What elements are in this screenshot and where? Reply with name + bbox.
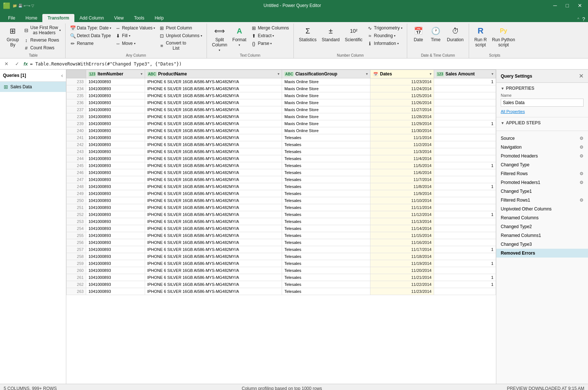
tab-tools[interactable]: Tools (129, 14, 149, 22)
dates-header[interactable]: 📅 Dates ▾ (370, 70, 434, 78)
minimize-button[interactable]: ─ (550, 3, 560, 8)
data-type-button[interactable]: 📅 Data Type: Date ▾ (68, 24, 113, 32)
step-gear-icon[interactable]: ⚙ (580, 171, 584, 176)
group-by-button[interactable]: ⊞ GroupBy (4, 24, 21, 49)
step-gear-icon[interactable]: ⚙ (580, 145, 584, 150)
duration-button[interactable]: ⏱ Duration (445, 24, 466, 44)
step-gear-icon[interactable]: ⚙ (580, 198, 584, 203)
extract-button[interactable]: ⬆ Extract ▾ (249, 32, 291, 39)
step-item-changed-type1[interactable]: Changed Type1 (496, 187, 588, 196)
step-gear-icon[interactable]: ⚙ (580, 180, 584, 185)
table-row[interactable]: 2401041000893IPHONE 6 SILVER 16GB AI586-… (67, 127, 496, 134)
table-row[interactable]: 2521041000893IPHONE 6 SILVER 16GB AI586-… (67, 211, 496, 218)
formula-cancel-button[interactable]: ✕ (2, 60, 11, 67)
statistics-button[interactable]: Σ Statistics (297, 24, 319, 44)
step-item-changed-type[interactable]: Changed Type (496, 160, 588, 169)
all-properties-link[interactable]: All Properties (501, 109, 525, 114)
move-button[interactable]: ↔ Move ▾ (113, 40, 156, 47)
tab-help[interactable]: Help (149, 14, 169, 22)
table-row[interactable]: 2371041000893IPHONE 6 SILVER 16GB AI586-… (67, 106, 496, 113)
table-row[interactable]: 2361041000893IPHONE 6 SILVER 16GB AI586-… (67, 99, 496, 106)
tab-file[interactable]: File (3, 14, 20, 22)
dates-filter-btn[interactable]: ▾ (430, 72, 432, 76)
table-row[interactable]: 2551041000893IPHONE 6 SILVER 16GB AI586-… (67, 232, 496, 239)
table-row[interactable]: 2341041000893IPHONE 6 SILVER 16GB AI586-… (67, 85, 496, 92)
table-row[interactable]: 2511041000893IPHONE 6 SILVER 16GB AI586-… (67, 204, 496, 211)
format-button[interactable]: A Format ▾ (230, 24, 249, 48)
step-item-renamed-columns1[interactable]: Renamed Columns1 (496, 231, 588, 240)
trigonometry-button[interactable]: ∿ Trigonometry ▾ (366, 24, 404, 32)
table-row[interactable]: 2451041000893IPHONE 6 SILVER 16GB AI586-… (67, 162, 496, 169)
date-button[interactable]: 📅 Date (410, 24, 427, 44)
product-name-filter-btn[interactable]: ▾ (278, 72, 279, 76)
step-item-changed-type2[interactable]: Changed Type2 (496, 222, 588, 231)
information-button[interactable]: ℹ Information ▾ (366, 40, 404, 47)
count-rows-button[interactable]: # Count Rows (22, 44, 62, 52)
time-button[interactable]: 🕐 Time (427, 24, 444, 44)
item-number-filter-btn[interactable]: ▾ (141, 72, 142, 76)
table-row[interactable]: 2561041000893IPHONE 6 SILVER 16GB AI586-… (67, 239, 496, 246)
tab-add-column[interactable]: Add Column (74, 14, 109, 22)
table-row[interactable]: 2481041000893IPHONE 6 SILVER 16GB AI586-… (67, 183, 496, 190)
table-row[interactable]: 2571041000893IPHONE 6 SILVER 16GB AI586-… (67, 246, 496, 253)
step-item-renamed-columns[interactable]: Renamed Columns (496, 213, 588, 222)
run-r-script-button[interactable]: R Run Rscript (472, 24, 489, 49)
table-row[interactable]: 2491041000893IPHONE 6 SILVER 16GB AI586-… (67, 190, 496, 197)
step-item-promoted-headers1[interactable]: Promoted Headers1⚙ (496, 178, 588, 187)
table-row[interactable]: 2421041000893IPHONE 6 SILVER 16GB AI586-… (67, 141, 496, 148)
table-row[interactable]: 2471041000893IPHONE 6 SILVER 16GB AI586-… (67, 176, 496, 183)
step-item-promoted-headers[interactable]: Promoted Headers⚙ (496, 152, 588, 160)
table-row[interactable]: 2331041000893IPHONE 6 SILVER 16GB AI586-… (67, 78, 496, 85)
settings-close-button[interactable]: ✕ (579, 72, 584, 79)
table-row[interactable]: 2501041000893IPHONE 6 SILVER 16GB AI586-… (67, 197, 496, 204)
step-gear-icon[interactable]: ⚙ (580, 136, 584, 141)
tab-view[interactable]: View (109, 14, 129, 22)
classification-group-filter-btn[interactable]: ▾ (366, 72, 368, 76)
sales-amount-header[interactable]: 123 Sales Amount ▾ (434, 70, 496, 78)
table-row[interactable]: 2441041000893IPHONE 6 SILVER 16GB AI586-… (67, 155, 496, 162)
formula-input[interactable] (30, 61, 586, 67)
step-item-filtered-rows[interactable]: Filtered Rows⚙ (496, 169, 588, 178)
formula-confirm-button[interactable]: ✓ (13, 60, 21, 67)
tab-home[interactable]: Home (20, 14, 42, 22)
step-gear-icon[interactable]: ⚙ (580, 153, 584, 159)
table-row[interactable]: 2431041000893IPHONE 6 SILVER 16GB AI586-… (67, 148, 496, 155)
step-item-source[interactable]: Source⚙ (496, 134, 588, 143)
rename-button[interactable]: ✏ Rename (68, 40, 113, 47)
close-button[interactable]: ✕ (575, 3, 585, 8)
sales-amount-filter-btn[interactable]: ▾ (492, 72, 493, 76)
reverse-rows-button[interactable]: ↕ Reverse Rows (22, 36, 62, 44)
step-item-changed-type3[interactable]: Changed Type3 (496, 240, 588, 249)
table-row[interactable]: 2621041000893IPHONE 6 SILVER 16GB AI586-… (67, 281, 496, 288)
table-row[interactable]: 2601041000893IPHONE 6 SILVER 16GB AI586-… (67, 267, 496, 274)
detect-data-type-button[interactable]: 🔍 Detect Data Type (68, 32, 113, 39)
table-row[interactable]: 2381041000893IPHONE 6 SILVER 16GB AI586-… (67, 113, 496, 120)
item-number-header[interactable]: 123 ItemNumber ▾ (86, 70, 145, 78)
scientific-button[interactable]: 10² Scientific (343, 24, 365, 44)
step-item-navigation[interactable]: Navigation⚙ (496, 143, 588, 152)
step-item-unpivoted-other-columns[interactable]: Unpivoted Other Columns (496, 205, 588, 213)
query-item-sales-data[interactable]: ⊞ Sales Data (0, 82, 66, 92)
split-column-button[interactable]: ⟺ SplitColumn ▾ (210, 24, 229, 53)
table-row[interactable]: 2631041000893IPHONE 6 SILVER 16GB AI586-… (67, 288, 496, 295)
product-name-header[interactable]: ABC ProductName ▾ (145, 70, 282, 78)
use-first-row-button[interactable]: ⊟ Use First Rowas Headers ▾ (22, 24, 62, 36)
step-item-removed-errors[interactable]: Removed Errors (496, 249, 588, 258)
table-row[interactable]: 2391041000893IPHONE 6 SILVER 16GB AI586-… (67, 120, 496, 127)
standard-button[interactable]: ± Standard (320, 24, 342, 44)
parse-button[interactable]: {} Parse ▾ (249, 40, 291, 47)
classification-group-header[interactable]: ABC ClassificationGroup ▾ (282, 70, 370, 78)
tab-transform[interactable]: Transform (42, 14, 74, 22)
replace-values-button[interactable]: ↔ Replace Values ▾ (113, 24, 156, 32)
queries-toggle-button[interactable]: ‹ (61, 72, 63, 78)
rounding-button[interactable]: ≈ Rounding ▾ (366, 32, 404, 39)
table-row[interactable]: 2531041000893IPHONE 6 SILVER 16GB AI586-… (67, 218, 496, 225)
maximize-button[interactable]: □ (563, 3, 572, 8)
table-row[interactable]: 2461041000893IPHONE 6 SILVER 16GB AI586-… (67, 169, 496, 176)
table-row[interactable]: 2611041000893IPHONE 6 SILVER 16GB AI586-… (67, 274, 496, 281)
table-row[interactable]: 2411041000893IPHONE 6 SILVER 16GB AI586-… (67, 134, 496, 141)
convert-to-list-button[interactable]: ≡ Convert toList (157, 40, 203, 52)
name-input[interactable] (501, 99, 584, 107)
fill-button[interactable]: ⬇ Fill ▾ (113, 32, 156, 39)
unpivot-columns-button[interactable]: ⊡ Unpivot Columns ▾ (157, 32, 203, 39)
